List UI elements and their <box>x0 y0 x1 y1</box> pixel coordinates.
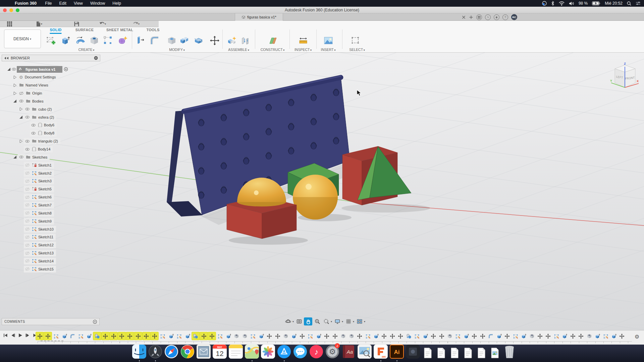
menu-clock[interactable]: Mié 20:52 <box>605 1 623 6</box>
tree-item-origin[interactable]: Origin <box>13 90 44 97</box>
traffic-lights[interactable] <box>3 8 19 12</box>
tree-item-chip[interactable]: Sketch12 <box>24 242 56 248</box>
grid-display-dropdown-caret[interactable]: ▾ <box>353 320 354 323</box>
dock-app-trash[interactable] <box>502 345 517 362</box>
expand-closed-icon[interactable] <box>19 139 23 143</box>
hole-feature[interactable] <box>233 332 240 340</box>
tree-item-chip[interactable]: Sketch8 <box>24 210 54 217</box>
extrude-feature[interactable] <box>167 332 175 340</box>
fit-tool-button[interactable] <box>322 317 330 325</box>
visibility-eye-icon[interactable] <box>25 203 30 207</box>
extrude-feature[interactable] <box>257 332 265 340</box>
sketch-feature[interactable] <box>77 332 85 340</box>
sketch-feature[interactable] <box>307 332 314 340</box>
dock-app-finder[interactable] <box>132 345 147 362</box>
tree-item-chip[interactable]: Named Views <box>18 82 51 88</box>
visibility-eye-icon[interactable] <box>25 147 30 151</box>
sketch-feature[interactable] <box>512 332 519 340</box>
menu-item-view[interactable]: View <box>74 1 83 6</box>
activate-component-icon[interactable] <box>64 67 68 71</box>
dock-app-maps[interactable] <box>245 345 259 362</box>
dock-app-dictionary[interactable]: Aa <box>341 345 356 362</box>
copy-component-feature[interactable] <box>93 332 101 340</box>
comments-bar[interactable]: COMMENTS <box>2 318 100 325</box>
move-feature[interactable] <box>200 332 208 340</box>
extrude-feature[interactable] <box>315 332 322 340</box>
extrude-feature[interactable] <box>561 332 569 340</box>
ribbon-group-label-select[interactable]: SELECT ▾ <box>349 48 365 52</box>
fillet-feature[interactable] <box>69 332 76 340</box>
tree-item-sketch14[interactable]: Sketch14 <box>19 257 56 264</box>
dock-app-illustrator[interactable]: Ai <box>389 345 404 362</box>
tree-item-chip[interactable]: ⚙Document Settings <box>18 74 58 80</box>
visibility-eye-icon[interactable] <box>19 92 23 95</box>
3d-viewport[interactable] <box>0 53 644 330</box>
visibility-eye-icon[interactable] <box>25 259 30 263</box>
tree-item-body14[interactable]: Body14 <box>19 146 53 153</box>
tree-item-sketch2[interactable]: Sketch2 <box>19 170 54 177</box>
visibility-eye-icon[interactable] <box>12 67 16 71</box>
move-feature[interactable] <box>388 332 396 340</box>
create-form-tool-button[interactable] <box>117 35 128 46</box>
measure-tool-button[interactable] <box>298 35 309 46</box>
expand-closed-icon[interactable] <box>13 83 17 87</box>
joint-tool-button[interactable] <box>240 35 251 46</box>
visibility-eye-icon[interactable] <box>19 99 23 103</box>
tree-item-sketch11[interactable]: Sketch11 <box>19 234 56 241</box>
tree-item-sketch15[interactable]: Sketch15 <box>19 265 56 273</box>
browser-header[interactable]: BROWSER <box>2 55 100 61</box>
tree-item-sketch1[interactable]: Sketch1 <box>19 162 54 169</box>
tree-item-chip[interactable]: esfera (2) <box>24 114 56 120</box>
dock-app-calendar[interactable]: MAY12 <box>212 345 227 362</box>
tree-item-sketch7[interactable]: Sketch7 <box>19 201 54 208</box>
move-feature[interactable] <box>380 332 388 340</box>
move-feature[interactable] <box>143 332 150 340</box>
move-feature[interactable] <box>44 332 52 340</box>
tree-item-sketch8[interactable]: Sketch8 <box>19 209 54 217</box>
select-tool-button[interactable] <box>350 35 361 46</box>
viewport-area[interactable]: BROWSER figuras basica v1⚙Document Setti… <box>0 53 644 345</box>
menu-item-edit[interactable]: Edit <box>59 1 66 6</box>
hole-feature[interactable] <box>347 332 355 340</box>
dock-app-document-2[interactable] <box>435 347 447 362</box>
fit-dropdown-caret[interactable]: ▾ <box>331 320 332 323</box>
expand-closed-icon[interactable] <box>13 75 17 79</box>
timeline-ruler[interactable] <box>38 341 632 343</box>
move-tool-button[interactable] <box>209 35 220 46</box>
file-menu-icon[interactable]: ▾ <box>36 21 43 27</box>
orbit-dropdown-caret[interactable]: ▾ <box>292 320 294 323</box>
visibility-eye-icon[interactable] <box>25 219 30 223</box>
workspace-selector-design[interactable]: DESIGN▾ <box>4 29 41 48</box>
move-feature[interactable] <box>266 332 273 340</box>
tree-item-sketches[interactable]: Sketches <box>13 154 50 161</box>
viewports-tool-button[interactable] <box>355 317 364 325</box>
hole-feature[interactable] <box>241 332 249 340</box>
close-window-button[interactable] <box>3 8 7 12</box>
ribbon-tab-solid[interactable]: SOLID <box>50 28 61 34</box>
tree-item-sketch13[interactable]: Sketch13 <box>19 250 56 257</box>
expand-closed-icon[interactable] <box>19 107 23 111</box>
extrude-feature[interactable] <box>462 332 470 340</box>
tree-item-document-settings[interactable]: ⚙Document Settings <box>13 74 58 81</box>
ribbon-group-label-insert[interactable]: INSERT ▾ <box>321 48 336 52</box>
visibility-eye-icon[interactable] <box>25 107 30 111</box>
control-center-icon[interactable] <box>636 1 641 5</box>
visibility-eye-icon[interactable] <box>25 243 30 247</box>
tree-item-chip[interactable]: Sketch9 <box>24 218 54 225</box>
ribbon-tab-tools[interactable]: TOOLS <box>146 28 159 33</box>
tree-item-chip[interactable]: triangulo (2) <box>24 138 60 144</box>
visibility-eye-icon[interactable] <box>25 211 30 215</box>
panel-display-toggle-icon[interactable] <box>94 56 98 60</box>
visibility-eye-icon[interactable] <box>25 251 30 255</box>
spotlight-icon[interactable] <box>627 1 631 6</box>
tree-item-chip[interactable]: Sketch3 <box>24 178 54 184</box>
menu-item-file[interactable]: File <box>45 1 52 6</box>
save-icon[interactable] <box>74 21 79 27</box>
move-feature[interactable] <box>618 332 626 340</box>
visibility-eye-icon[interactable] <box>25 235 30 239</box>
timeline-settings-gear-icon[interactable]: ⚙ <box>635 334 639 340</box>
sketch-feature[interactable] <box>159 332 167 340</box>
copy-component-feature[interactable] <box>405 332 413 340</box>
visibility-eye-icon[interactable] <box>31 123 36 127</box>
sketch-feature[interactable] <box>52 332 60 340</box>
